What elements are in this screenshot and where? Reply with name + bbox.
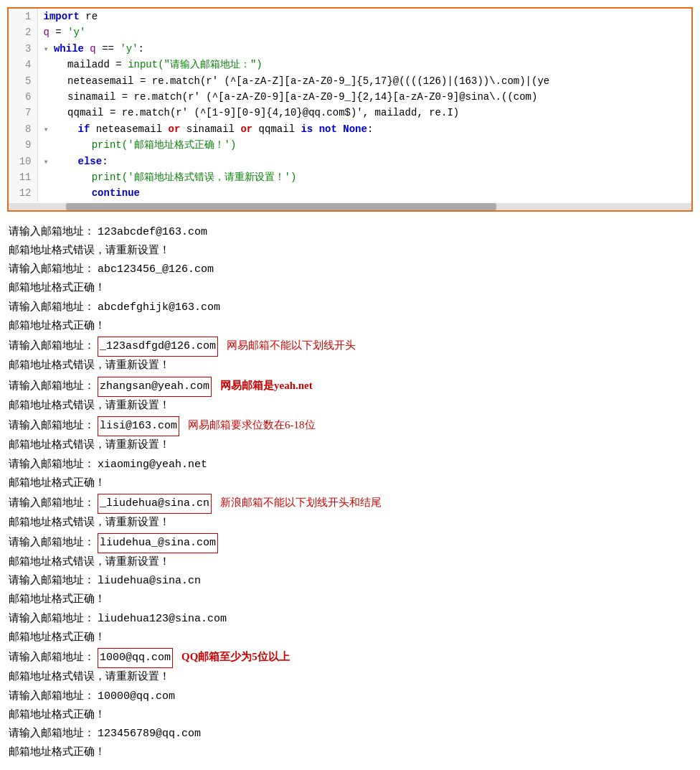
prompt-label: 请输入邮箱地址：	[9, 299, 95, 317]
email-value: liudehua@sina.cn	[98, 572, 201, 591]
email-value: liudehua123@sina.com	[98, 610, 227, 629]
output-prompt-line: 请输入邮箱地址：liudehua123@sina.com	[9, 610, 691, 629]
output-prompt-line: 请输入邮箱地址：zhangsan@yeah.com网易邮箱是yeah.net	[9, 376, 691, 397]
error-message: 邮箱地址格式错误，请重新设置！	[9, 553, 170, 572]
success-message: 邮箱地址格式正确！	[9, 591, 105, 609]
code-line: 12 continue	[9, 185, 691, 201]
prompt-label: 请输入邮箱地址：	[9, 534, 95, 553]
error-message: 邮箱地址格式错误，请重新设置！	[9, 242, 170, 260]
output-result-line: 邮箱地址格式错误，请重新设置！	[9, 397, 691, 415]
email-value: _123asdfgd@126.com	[98, 337, 218, 357]
code-table: 1import re2q = 'y'3▾ while q == 'y':4 ma…	[9, 9, 691, 202]
code-line: 5 neteasemail = re.match(r' (^[a-zA-Z][a…	[9, 73, 691, 89]
annotation-text: 新浪邮箱不能以下划线开头和结尾	[220, 493, 382, 512]
error-message: 邮箱地址格式错误，请重新设置！	[9, 668, 170, 687]
token-var-q: q	[90, 43, 95, 55]
line-number: 3	[9, 41, 37, 57]
scrollbar-thumb[interactable]	[66, 203, 496, 210]
success-message: 邮箱地址格式正确！	[9, 279, 105, 298]
output-result-line: 邮箱地址格式正确！	[9, 279, 691, 298]
token-str: ("请输入邮箱地址：")	[158, 59, 262, 70]
scrollbar[interactable]	[9, 203, 691, 210]
output-prompt-line: 请输入邮箱地址：123abcdef@163.com	[9, 223, 691, 242]
prompt-label: 请输入邮箱地址：	[9, 687, 95, 706]
line-content: mailadd = input("请输入邮箱地址：")	[37, 57, 691, 72]
output-result-line: 邮箱地址格式错误，请重新设置！	[9, 514, 691, 532]
prompt-label: 请输入邮箱地址：	[9, 572, 95, 591]
token-normal	[54, 156, 78, 167]
token-normal	[54, 123, 78, 135]
token-var-q: q	[44, 27, 49, 38]
email-value: lisi@163.com	[98, 416, 179, 436]
token-normal: :	[367, 123, 373, 135]
output-result-line: 邮箱地址格式正确！	[9, 474, 691, 493]
token-kw-else: else	[78, 156, 103, 167]
output-prompt-line: 请输入邮箱地址：liudehua_@sina.com	[9, 533, 691, 553]
token-kw-import: import	[44, 11, 80, 22]
output-result-line: 邮箱地址格式错误，请重新设置！	[9, 553, 691, 572]
token-str: 'y'	[120, 43, 138, 55]
fold-arrow-icon[interactable]: ▾	[44, 44, 54, 55]
line-number: 8	[9, 121, 37, 137]
output-prompt-line: 请输入邮箱地址：1000@qq.comQQ邮箱至少为5位以上	[9, 647, 691, 668]
success-message: 邮箱地址格式正确！	[9, 629, 105, 647]
prompt-label: 请输入邮箱地址：	[9, 223, 95, 242]
output-prompt-line: 请输入邮箱地址：lisi@163.com网易邮箱要求位数在6-18位	[9, 415, 691, 436]
code-line: 3▾ while q == 'y':	[9, 41, 691, 57]
token-normal	[44, 139, 92, 151]
prompt-label: 请输入邮箱地址：	[9, 456, 95, 474]
email-value: 123abcdef@163.com	[98, 223, 207, 242]
token-str: 'y'	[67, 27, 85, 38]
output-prompt-line: 请输入邮箱地址：xiaoming@yeah.net	[9, 456, 691, 474]
code-line: 11 print('邮箱地址格式错误，请重新设置！')	[9, 169, 691, 185]
token-normal	[44, 172, 92, 183]
line-number: 1	[9, 9, 37, 24]
token-kw-is: is	[301, 123, 313, 135]
code-line: 6 sinamail = re.match(r' (^[a-zA-Z0-9][a…	[9, 89, 691, 105]
prompt-label: 请输入邮箱地址：	[9, 260, 95, 279]
output-section: 请输入邮箱地址：123abcdef@163.com邮箱地址格式错误，请重新设置！…	[0, 219, 700, 767]
email-value: abcdefghijk@163.com	[98, 299, 220, 317]
prompt-label: 请输入邮箱地址：	[9, 337, 95, 356]
output-result-line: 邮箱地址格式正确！	[9, 743, 691, 762]
line-number: 12	[9, 185, 37, 201]
line-number: 11	[9, 169, 37, 185]
prompt-label: 请输入邮箱地址：	[9, 494, 95, 513]
line-content: print('邮箱地址格式正确！')	[37, 137, 691, 153]
code-line: 10▾ else:	[9, 154, 691, 169]
token-normal: ==	[96, 43, 120, 55]
code-section: 1import re2q = 'y'3▾ while q == 'y':4 ma…	[7, 7, 693, 212]
token-equals: =	[55, 27, 61, 38]
token-kw-or: or	[240, 123, 252, 135]
code-line: 2q = 'y'	[9, 24, 691, 40]
token-normal: neteasemail = re.match(r' (^[a-zA-Z][a-z…	[44, 75, 550, 87]
line-number: 2	[9, 24, 37, 40]
token-normal	[62, 27, 67, 38]
line-number: 7	[9, 105, 37, 121]
fold-arrow-icon[interactable]: ▾	[44, 157, 54, 167]
prompt-label: 请输入邮箱地址：	[9, 377, 95, 396]
output-result-line: 邮箱地址格式错误，请重新设置！	[9, 357, 691, 375]
annotation-text: 网易邮箱是yeah.net	[220, 376, 313, 395]
token-normal	[313, 123, 318, 135]
token-normal: re	[80, 11, 98, 22]
annotation-text: QQ邮箱至少为5位以上	[181, 647, 290, 666]
token-normal: neteasemail	[90, 123, 168, 135]
line-number: 6	[9, 89, 37, 105]
output-prompt-line: 请输入邮箱地址：_123asdfgd@126.com网易邮箱不能以下划线开头	[9, 336, 691, 357]
email-value: xiaoming@yeah.net	[98, 456, 207, 474]
token-kw-input: input	[128, 59, 158, 70]
token-kw-continue: continue	[92, 187, 140, 199]
output-prompt-line: 请输入邮箱地址：liudehua@sina.cn	[9, 572, 691, 591]
token-normal: sinamail	[180, 123, 240, 135]
success-message: 邮箱地址格式正确！	[9, 317, 105, 336]
code-line: 4 mailadd = input("请输入邮箱地址：")	[9, 57, 691, 72]
fold-arrow-icon[interactable]: ▾	[44, 125, 54, 135]
output-result-line: 邮箱地址格式正确！	[9, 591, 691, 609]
output-prompt-line: 请输入邮箱地址：_liudehua@sina.cn新浪邮箱不能以下划线开头和结尾	[9, 493, 691, 514]
token-kw-print: print	[92, 172, 122, 183]
error-message: 邮箱地址格式错误，请重新设置！	[9, 357, 170, 375]
token-normal: :	[102, 156, 108, 167]
line-number: 5	[9, 73, 37, 89]
token-str: ('邮箱地址格式错误，请重新设置！')	[122, 172, 297, 183]
